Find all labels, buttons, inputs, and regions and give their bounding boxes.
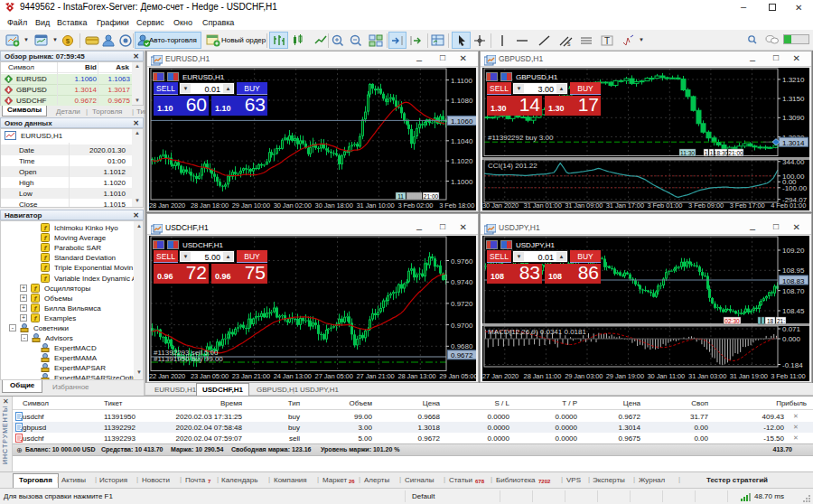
svg-text:3 Feb 17:00: 3 Feb 17:00 <box>730 201 765 210</box>
svg-text:3 Feb 02:00: 3 Feb 02:00 <box>397 201 433 210</box>
svg-text:-0.184: -0.184 <box>782 361 803 369</box>
svg-text:02:30: 02:30 <box>724 318 740 324</box>
svg-text:24 Jan 13:00: 24 Jan 13:00 <box>274 372 312 380</box>
svg-text:344.00: 344.00 <box>782 158 805 166</box>
svg-text:1.1080: 1.1080 <box>451 97 473 105</box>
svg-text:31 Jan 03:00: 31 Jan 03:00 <box>688 372 726 380</box>
svg-text:$: $ <box>66 37 70 45</box>
svg-text:1.1040: 1.1040 <box>451 137 473 145</box>
svg-text:1.3014: 1.3014 <box>782 139 805 147</box>
svg-text:-100.00: -100.00 <box>782 184 808 192</box>
svg-text:1.3210: 1.3210 <box>782 76 805 84</box>
svg-text:21:00: 21:00 <box>424 193 439 200</box>
svg-text:30 Jan 11:00: 30 Jan 11:00 <box>648 372 686 380</box>
svg-text:27 Jan 05:00: 27 Jan 05:00 <box>315 372 353 380</box>
svg-text:31 Jan 10:00: 31 Jan 10:00 <box>357 201 395 210</box>
svg-text:#11391950 buy 99.00: #11391950 buy 99.00 <box>154 355 223 363</box>
svg-text:3 Feb 11:00: 3 Feb 11:00 <box>771 372 805 380</box>
svg-text:CCI(14) 201.22: CCI(14) 201.22 <box>488 162 537 170</box>
svg-text:30 Jan 2020: 30 Jan 2020 <box>482 201 519 210</box>
svg-text:1.1020: 1.1020 <box>451 157 473 165</box>
svg-text:3 Feb 18:00: 3 Feb 18:00 <box>439 201 474 210</box>
svg-text:31 Jan 09:00: 31 Jan 09:00 <box>565 201 603 210</box>
svg-text:3 Feb 01:00: 3 Feb 01:00 <box>648 201 683 210</box>
svg-text:0.9720: 0.9720 <box>451 300 473 308</box>
svg-text:108.83: 108.83 <box>782 277 805 285</box>
svg-text:21:00: 21:00 <box>728 150 743 156</box>
svg-text:31 Jan 01:00: 31 Jan 01:00 <box>524 201 562 210</box>
svg-text:0.9760: 0.9760 <box>451 257 473 266</box>
svg-text:27 Jan 2020: 27 Jan 2020 <box>482 372 519 380</box>
svg-text:28 Jan 13:00: 28 Jan 13:00 <box>397 372 435 380</box>
svg-text:30 Jan 02:00: 30 Jan 02:00 <box>274 201 312 210</box>
svg-text:1.3150: 1.3150 <box>782 95 805 103</box>
svg-text:0.000: 0.000 <box>782 335 801 343</box>
svg-text:108.70: 108.70 <box>782 287 805 295</box>
svg-text:108.45: 108.45 <box>782 307 805 315</box>
svg-text:11:30: 11:30 <box>680 150 695 156</box>
svg-text:3 Feb 09:00: 3 Feb 09:00 <box>688 201 724 210</box>
svg-text:28 Jan 2020: 28 Jan 2020 <box>149 201 185 210</box>
svg-text:23 Jan 21:00: 23 Jan 21:00 <box>232 372 270 380</box>
svg-text:11: 11 <box>397 193 404 200</box>
svg-text:108.95: 108.95 <box>782 266 805 275</box>
svg-text:28 Jan 18:00: 28 Jan 18:00 <box>191 201 229 210</box>
svg-text:23 Jan 05:00: 23 Jan 05:00 <box>191 372 229 380</box>
svg-text:0.9740: 0.9740 <box>451 278 473 286</box>
svg-text:29 Jan 10:00: 29 Jan 10:00 <box>232 201 270 210</box>
svg-text:109.20: 109.20 <box>782 247 805 255</box>
svg-text:0.9680: 0.9680 <box>451 342 473 350</box>
svg-text:18: 18 <box>767 318 774 324</box>
svg-text:0.071: 0.071 <box>782 325 801 333</box>
svg-text:s: s <box>567 41 571 47</box>
svg-text:28 Jan 11:00: 28 Jan 11:00 <box>524 372 562 380</box>
svg-text:0.9672: 0.9672 <box>451 351 473 359</box>
svg-text:30 Jan 18:00: 30 Jan 18:00 <box>315 201 353 210</box>
svg-text:27 Jan 21:00: 27 Jan 21:00 <box>357 372 395 380</box>
svg-text:4 Feb 01:00: 4 Feb 01:00 <box>771 201 806 210</box>
svg-text:22 Jan 2020: 22 Jan 2020 <box>149 372 185 380</box>
svg-text:1.3090: 1.3090 <box>782 114 805 122</box>
svg-text:31 Jan 19:00: 31 Jan 19:00 <box>730 372 768 380</box>
svg-text:29 Jan 03:00: 29 Jan 03:00 <box>565 372 603 380</box>
svg-text:1: 1 <box>705 150 708 156</box>
svg-text:21:: 21: <box>777 318 785 324</box>
svg-text:0.9700: 0.9700 <box>451 322 473 330</box>
svg-text:29 Jan 05:00: 29 Jan 05:00 <box>439 372 476 380</box>
svg-text:31 Jan 17:00: 31 Jan 17:00 <box>606 201 644 210</box>
svg-text:18:30: 18:30 <box>714 150 729 156</box>
svg-text:#11392292 buy 3.00: #11392292 buy 3.00 <box>488 134 554 142</box>
svg-text:1.1000: 1.1000 <box>451 178 473 186</box>
svg-text:1.1100: 1.1100 <box>451 77 472 85</box>
svg-text:T: T <box>604 36 610 46</box>
svg-text:MACD(12,26,9) 0.0341 0.0181: MACD(12,26,9) 0.0341 0.0181 <box>488 328 587 336</box>
svg-text:29 Jan 19:00: 29 Jan 19:00 <box>606 372 644 380</box>
svg-text:1.1060: 1.1060 <box>451 117 473 126</box>
